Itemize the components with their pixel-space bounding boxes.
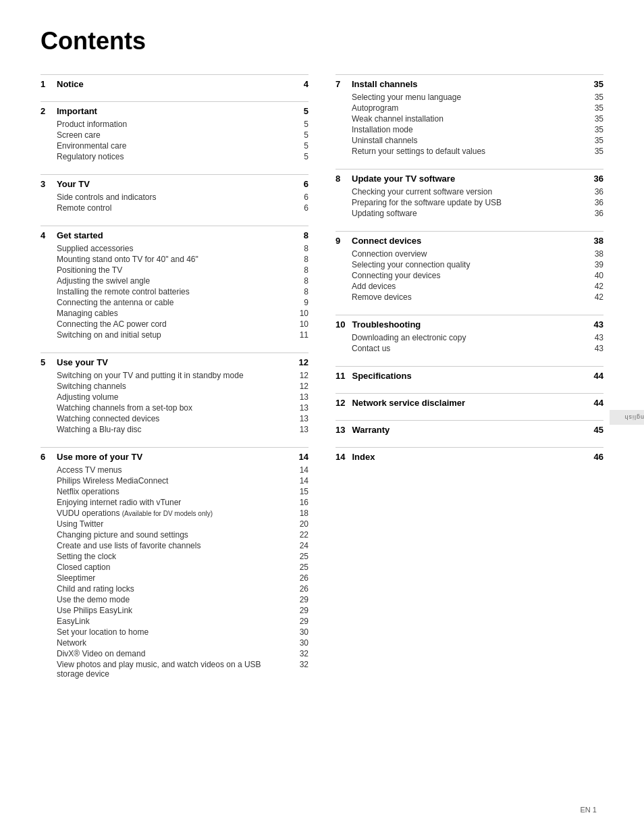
- list-item: Changing picture and sound settings22: [57, 529, 308, 540]
- section-header-3: 3Your TV6: [41, 174, 308, 189]
- list-item: Updating software36: [352, 208, 603, 219]
- section-number-7: 7: [336, 79, 345, 89]
- list-item: Connection overview38: [352, 249, 603, 259]
- section-header-8: 8Update your TV software36: [336, 169, 603, 184]
- section-title-5: Use your TV: [57, 357, 108, 367]
- section-header-5: 5Use your TV12: [41, 353, 308, 367]
- sub-item-page: 5: [295, 152, 308, 161]
- sub-items-2: Product information5Screen care5Environm…: [57, 119, 308, 162]
- section-header-4: 4Get started8: [41, 226, 308, 240]
- sub-item-text: Netflix operations: [57, 487, 295, 496]
- section-page-3: 6: [304, 179, 308, 189]
- section-header-7: 7Install channels35: [336, 74, 603, 89]
- list-item: Positioning the TV8: [57, 265, 308, 276]
- section-number-1: 1: [41, 79, 50, 89]
- list-item: Environmental care5: [57, 140, 308, 151]
- sub-item-text: Screen care: [57, 130, 295, 140]
- sub-item-page: 32: [295, 649, 308, 658]
- list-item: Switching channels12: [57, 381, 308, 392]
- sub-items-3: Side controls and indicators6Remote cont…: [57, 192, 308, 213]
- sub-item-page: 13: [295, 414, 308, 423]
- section-header-11: 11Specifications44: [336, 366, 603, 381]
- section-page-8: 36: [594, 174, 603, 184]
- sub-item-text: Updating software: [352, 209, 590, 218]
- section-title-13: Warranty: [352, 425, 390, 435]
- sub-item-text: Downloading an electronic copy: [352, 333, 590, 342]
- sub-item-text: Environmental care: [57, 141, 295, 151]
- list-item: Create and use lists of favorite channel…: [57, 540, 308, 551]
- sub-item-page: 5: [295, 130, 308, 140]
- sub-item-page: 14: [295, 476, 308, 486]
- section-number-4: 4: [41, 230, 50, 240]
- section-number-8: 8: [336, 174, 345, 184]
- sub-item-text: Add devices: [352, 282, 590, 291]
- sub-item-text: Connecting your devices: [352, 271, 590, 280]
- sub-item-page: 6: [295, 203, 308, 213]
- sub-item-page: 39: [590, 260, 603, 269]
- list-item: Uninstall channels35: [352, 135, 603, 146]
- list-item: Installing the remote control batteries8: [57, 286, 308, 297]
- list-item: Remote control6: [57, 203, 308, 213]
- left-column: 1Notice42Important5Product information5S…: [41, 74, 308, 692]
- sub-item-page: 32: [295, 660, 308, 669]
- sub-item-page: 36: [590, 209, 603, 218]
- sub-item-page: 35: [590, 93, 603, 102]
- section-page-4: 8: [304, 230, 308, 240]
- section-10: 10Troubleshooting43Downloading an electr…: [336, 315, 603, 354]
- list-item: Installation mode35: [352, 124, 603, 135]
- section-page-11: 44: [594, 371, 603, 381]
- sub-item-page: 16: [295, 498, 308, 507]
- sub-item-text: Uninstall channels: [352, 136, 590, 145]
- list-item: Enjoying internet radio with vTuner16: [57, 497, 308, 508]
- section-page-13: 45: [594, 425, 603, 435]
- section-page-10: 43: [594, 319, 603, 330]
- list-item: Selecting your menu language35: [352, 92, 603, 103]
- section-header-1: 1Notice4: [41, 74, 308, 89]
- sub-item-text: Remote control: [57, 203, 295, 213]
- list-item: Adjusting volume13: [57, 392, 308, 402]
- list-item: Weak channel installation35: [352, 113, 603, 124]
- section-13: 13Warranty45: [336, 420, 603, 435]
- sub-item-page: 36: [590, 187, 603, 197]
- list-item: Regulatory notices5: [57, 151, 308, 162]
- list-item: Side controls and indicators6: [57, 192, 308, 203]
- list-item: Netflix operations15: [57, 486, 308, 497]
- sub-item-text: Closed caption: [57, 563, 295, 572]
- section-page-1: 4: [304, 79, 308, 89]
- list-item: Set your location to home30: [57, 627, 308, 637]
- sub-item-text: Watching connected devices: [57, 414, 295, 423]
- section-header-9: 9Connect devices38: [336, 231, 603, 246]
- list-item: Supplied accessories8: [57, 243, 308, 254]
- sub-item-page: 35: [590, 147, 603, 156]
- list-item: Connecting the AC power cord10: [57, 319, 308, 330]
- list-item: Setting the clock25: [57, 551, 308, 562]
- sub-item-text: Regulatory notices: [57, 152, 295, 161]
- sub-item-text: Switching channels: [57, 382, 295, 391]
- sub-item-page: 6: [295, 192, 308, 202]
- section-header-12: 12Network service disclaimer44: [336, 393, 603, 408]
- sub-item-text: Use the demo mode: [57, 595, 295, 604]
- list-item: Managing cables10: [57, 308, 308, 319]
- sub-item-text: Connecting the AC power cord: [57, 319, 295, 329]
- sub-item-page: 26: [295, 584, 308, 594]
- sub-item-page: 15: [295, 487, 308, 496]
- sub-item-page: 42: [590, 282, 603, 291]
- section-page-12: 44: [594, 398, 603, 408]
- sub-item-page: 12: [295, 371, 308, 380]
- sub-item-page: 8: [295, 244, 308, 253]
- section-9: 9Connect devices38Connection overview38S…: [336, 231, 603, 303]
- sub-item-page: 36: [590, 198, 603, 207]
- section-number-13: 13: [336, 425, 345, 435]
- page-title: Contents: [41, 27, 603, 55]
- sub-item-text: Adjusting the swivel angle: [57, 276, 295, 286]
- list-item: Philips Wireless MediaConnect14: [57, 475, 308, 486]
- sub-item-page: 9: [295, 298, 308, 307]
- sub-item-page: 13: [295, 403, 308, 413]
- section-number-3: 3: [41, 179, 50, 189]
- sub-item-page: 13: [295, 425, 308, 434]
- list-item: Use the demo mode29: [57, 594, 308, 605]
- sub-item-page: 29: [295, 595, 308, 604]
- page: Contents 1Notice42Important5Product info…: [0, 0, 644, 834]
- sub-item-page: 12: [295, 382, 308, 391]
- sub-items-7: Selecting your menu language35Autoprogra…: [352, 92, 603, 157]
